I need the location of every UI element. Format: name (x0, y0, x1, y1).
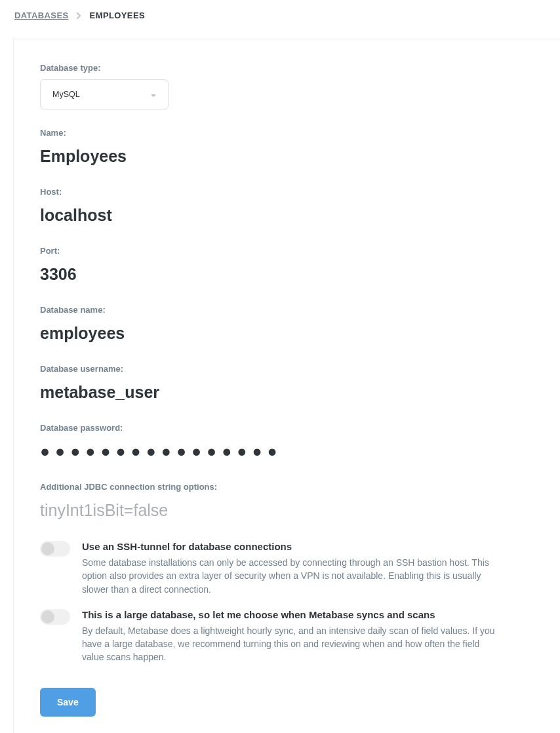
ssh-tunnel-desc: Some database installations can only be … (82, 556, 502, 596)
username-input[interactable] (40, 380, 534, 405)
large-db-toggle[interactable] (40, 609, 70, 625)
db-type-select[interactable]: MySQL (40, 79, 169, 109)
breadcrumb-current: EMPLOYEES (90, 10, 146, 20)
ssh-tunnel-toggle[interactable] (40, 541, 70, 557)
large-db-desc: By default, Metabase does a lightweight … (82, 624, 502, 664)
name-label: Name: (40, 128, 534, 138)
breadcrumb: DATABASES EMPLOYEES (0, 0, 560, 31)
jdbc-label: Additional JDBC connection string option… (40, 482, 534, 492)
port-input[interactable] (40, 262, 534, 287)
dbname-input[interactable] (40, 321, 534, 346)
dbname-label: Database name: (40, 305, 534, 315)
database-settings-panel: Database type: MySQL Name: Host: Port: D… (13, 39, 560, 733)
jdbc-input[interactable] (40, 498, 534, 523)
db-type-value: MySQL (52, 90, 80, 99)
breadcrumb-link-databases[interactable]: DATABASES (14, 10, 69, 20)
caret-down-icon (151, 89, 156, 100)
db-type-label: Database type: (40, 63, 534, 73)
port-label: Port: (40, 246, 534, 256)
save-button[interactable]: Save (40, 688, 96, 717)
password-label: Database password: (40, 423, 534, 433)
username-label: Database username: (40, 364, 534, 374)
chevron-right-icon (77, 12, 82, 19)
name-input[interactable] (40, 144, 534, 168)
host-input[interactable] (40, 203, 534, 228)
password-input[interactable]: ●●●●●●●●●●●●●●●● (40, 439, 534, 464)
host-label: Host: (40, 187, 534, 197)
large-db-title: This is a large database, so let me choo… (82, 609, 502, 620)
ssh-tunnel-title: Use an SSH-tunnel for database connectio… (82, 541, 502, 552)
